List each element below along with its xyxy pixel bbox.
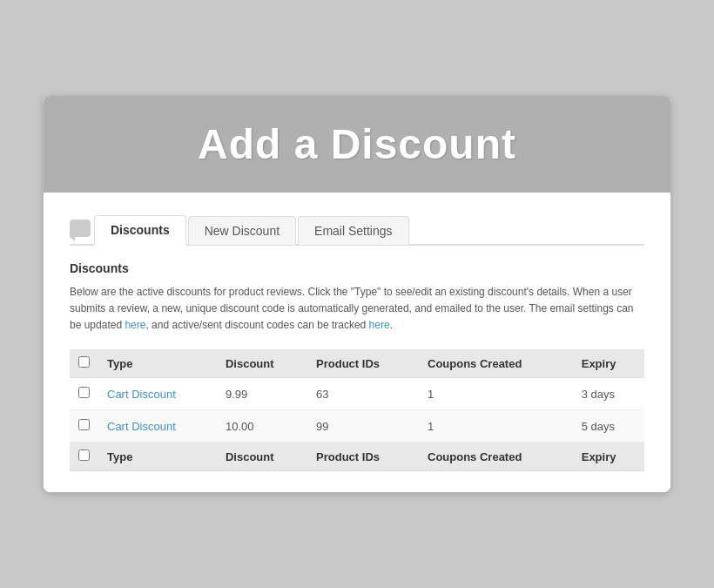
- tab-new-discount[interactable]: New Discount: [188, 216, 296, 245]
- tab-bar: Discounts New Discount Email Settings: [70, 213, 644, 246]
- row1-coupons-created: 1: [419, 378, 573, 410]
- col-footer-coupons-created: Coupons Created: [419, 443, 573, 471]
- row1-type-link[interactable]: Cart Discount: [107, 388, 176, 401]
- row2-type: Cart Discount: [98, 410, 217, 443]
- tab-email-settings[interactable]: Email Settings: [298, 216, 408, 245]
- here-link-2[interactable]: here: [369, 319, 390, 331]
- tab-discounts[interactable]: Discounts: [94, 215, 186, 246]
- row1-type: Cart Discount: [98, 378, 217, 410]
- col-header-expiry: Expiry: [573, 349, 644, 378]
- col-footer-product-ids: Product IDs: [307, 443, 419, 471]
- row2-coupons-created: 1: [419, 410, 573, 443]
- col-header-product-ids: Product IDs: [307, 349, 419, 378]
- select-all-checkbox[interactable]: [78, 356, 90, 368]
- table-header-row: Type Discount Product IDs Coupons Create…: [70, 349, 644, 378]
- description-text-3: .: [390, 319, 393, 331]
- row2-checkbox-cell: [70, 410, 98, 443]
- row1-checkbox-cell: [70, 378, 98, 410]
- col-footer-discount: Discount: [217, 443, 307, 471]
- row1-checkbox[interactable]: [78, 387, 90, 398]
- col-footer-expiry: Expiry: [573, 443, 644, 471]
- row2-type-link[interactable]: Cart Discount: [107, 420, 176, 433]
- card-header: Add a Discount: [44, 96, 670, 193]
- description-text-2: , and active/sent discount codes can be …: [145, 319, 368, 331]
- section-title: Discounts: [70, 261, 644, 275]
- row1-discount: 9.99: [217, 378, 307, 410]
- row2-checkbox[interactable]: [78, 419, 90, 430]
- row1-expiry: 3 days: [573, 378, 644, 410]
- table-row: Cart Discount 9.99 63 1 3 days: [70, 378, 644, 410]
- here-link-1[interactable]: here: [125, 319, 145, 331]
- discounts-table: Type Discount Product IDs Coupons Create…: [70, 349, 644, 471]
- main-card: Add a Discount Discounts New Discount Em…: [44, 96, 670, 493]
- col-header-type: Type: [98, 349, 217, 378]
- footer-checkbox[interactable]: [78, 449, 90, 461]
- table-row: Cart Discount 10.00 99 1 5 days: [70, 410, 644, 443]
- footer-checkbox-cell: [70, 443, 98, 471]
- card-body: Discounts New Discount Email Settings Di…: [44, 193, 670, 493]
- row1-product-ids: 63: [307, 378, 419, 410]
- row2-product-ids: 99: [307, 410, 419, 443]
- table-footer-row: Type Discount Product IDs Coupons Create…: [70, 443, 644, 471]
- page-title: Add a Discount: [70, 120, 644, 168]
- col-footer-type: Type: [98, 443, 217, 471]
- row2-expiry: 5 days: [573, 410, 644, 443]
- header-checkbox-cell: [70, 349, 98, 378]
- row2-discount: 10.00: [217, 410, 307, 443]
- chat-icon: [70, 220, 91, 237]
- col-header-discount: Discount: [217, 349, 307, 378]
- section-description: Below are the active discounts for produ…: [70, 284, 644, 335]
- col-header-coupons-created: Coupons Created: [419, 349, 573, 378]
